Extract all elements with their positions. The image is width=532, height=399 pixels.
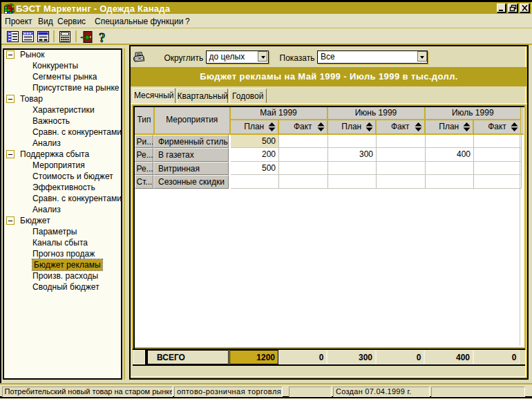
svg-text:?: ? xyxy=(99,31,106,44)
